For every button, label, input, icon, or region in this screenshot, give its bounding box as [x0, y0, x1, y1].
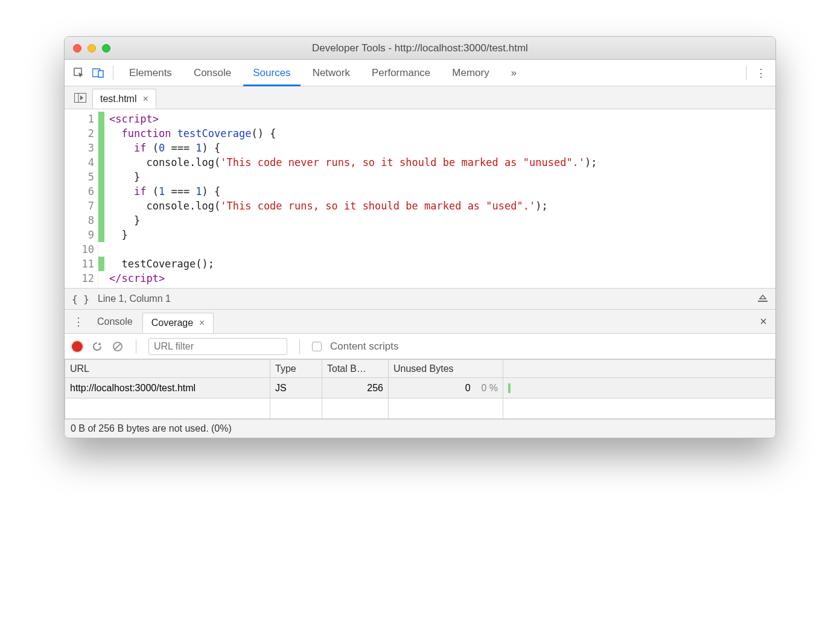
- tab-elements[interactable]: Elements: [119, 60, 182, 86]
- coverage-summary: 0 B of 256 B bytes are not used. (0%): [65, 419, 775, 438]
- separator: [113, 66, 113, 80]
- table-header-row: URL Type Total B… Unused Bytes: [65, 360, 775, 378]
- cursor-position: Line 1, Column 1: [98, 293, 171, 304]
- editor-status-bar: { } Line 1, Column 1: [65, 288, 775, 310]
- device-toolbar-icon[interactable]: [90, 65, 107, 82]
- tab-console[interactable]: Console: [184, 60, 241, 86]
- record-button[interactable]: [72, 341, 83, 352]
- unused-pct: 0 %: [481, 383, 498, 393]
- drawer-tab-bar: ⋮ Console Coverage × ×: [65, 310, 775, 334]
- file-tab-label: test.html: [100, 94, 136, 104]
- usage-bar: [508, 383, 511, 393]
- drawer-tab-label: Coverage: [151, 318, 193, 328]
- svg-rect-5: [758, 301, 768, 302]
- cell-url: http://localhost:3000/test.html: [65, 378, 270, 398]
- coverage-gutter: [98, 109, 104, 288]
- url-filter-input[interactable]: [148, 338, 287, 355]
- col-bar[interactable]: [503, 360, 775, 378]
- content-scripts-checkbox[interactable]: [312, 342, 322, 351]
- separator: [299, 339, 300, 354]
- cell-bar: [503, 378, 775, 398]
- col-type[interactable]: Type: [270, 360, 322, 378]
- close-tab-icon[interactable]: ×: [142, 94, 148, 104]
- titlebar: Developer Tools - http://localhost:3000/…: [65, 37, 775, 60]
- window-title: Developer Tools - http://localhost:3000/…: [65, 42, 775, 54]
- col-unused-bytes[interactable]: Unused Bytes: [389, 360, 503, 378]
- tab-performance[interactable]: Performance: [362, 60, 440, 86]
- clear-icon[interactable]: [112, 340, 124, 353]
- close-drawer-tab-icon[interactable]: ×: [199, 318, 205, 328]
- collapse-drawer-icon[interactable]: [757, 293, 768, 304]
- main-tab-bar: Elements Console Sources Network Perform…: [65, 60, 775, 86]
- cell-total: 256: [322, 378, 389, 398]
- line-gutter: 123456789101112: [65, 109, 98, 288]
- table-row[interactable]: http://localhost:3000/test.html JS 256 0…: [65, 378, 775, 398]
- cell-unused: 0 0 %: [389, 378, 503, 398]
- devtools-window: Developer Tools - http://localhost:3000/…: [64, 36, 776, 438]
- svg-rect-2: [98, 71, 103, 77]
- close-drawer-icon[interactable]: ×: [751, 310, 775, 333]
- separator: [136, 339, 136, 354]
- unused-value: 0: [465, 383, 471, 393]
- tabs-overflow[interactable]: »: [501, 60, 526, 86]
- content-scripts-label: Content scripts: [330, 340, 398, 353]
- drawer-tab-console[interactable]: Console: [89, 310, 141, 333]
- drawer-menu-icon[interactable]: ⋮: [69, 310, 88, 333]
- coverage-table: URL Type Total B… Unused Bytes http://lo…: [65, 359, 775, 419]
- code-content[interactable]: <script> function testCoverage() { if (0…: [104, 109, 602, 288]
- inspect-element-icon[interactable]: [71, 65, 88, 82]
- tab-sources[interactable]: Sources: [243, 60, 300, 86]
- code-editor[interactable]: 123456789101112 <script> function testCo…: [65, 109, 775, 288]
- col-total-bytes[interactable]: Total B…: [322, 360, 389, 378]
- file-tab-test-html[interactable]: test.html ×: [92, 89, 156, 109]
- show-navigator-icon[interactable]: [68, 86, 92, 109]
- file-tab-strip: test.html ×: [65, 86, 775, 109]
- pretty-print-icon[interactable]: { }: [72, 293, 89, 305]
- reload-icon[interactable]: [91, 340, 103, 353]
- separator: [746, 66, 746, 80]
- cell-type: JS: [270, 378, 322, 398]
- drawer-tab-coverage[interactable]: Coverage ×: [142, 313, 214, 333]
- col-url[interactable]: URL: [65, 360, 270, 378]
- settings-menu-icon[interactable]: ⋮: [752, 66, 769, 80]
- svg-line-7: [115, 344, 121, 350]
- coverage-toolbar: Content scripts: [65, 334, 775, 359]
- tab-network[interactable]: Network: [303, 60, 360, 86]
- tab-memory[interactable]: Memory: [442, 60, 498, 86]
- table-row: [65, 398, 775, 419]
